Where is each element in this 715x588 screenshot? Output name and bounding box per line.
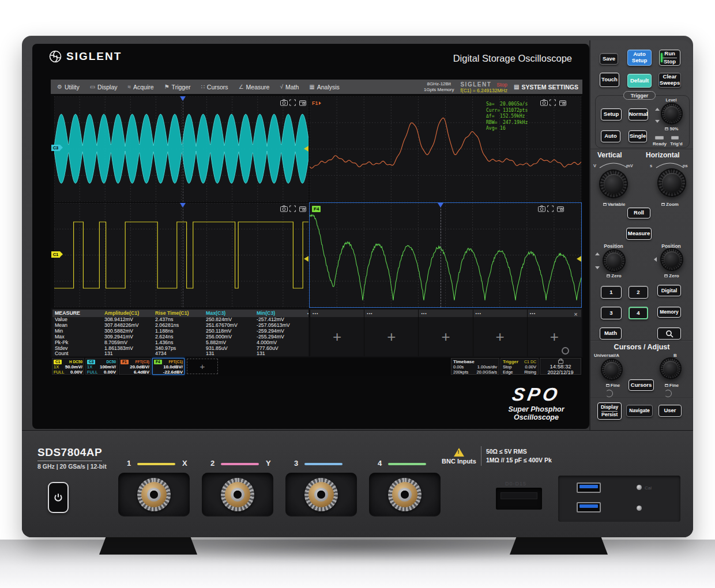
horizontal-zero-label: Zero (656, 273, 687, 278)
horizontal-position-knob[interactable] (660, 248, 683, 271)
navigate-button[interactable]: Navigate (626, 405, 653, 417)
measure-column-header[interactable]: Max(C3) (206, 310, 257, 316)
measurement-slot[interactable]: •••+ (364, 310, 418, 356)
measurement-slot[interactable]: •••+ (473, 310, 527, 356)
trigger-status-box[interactable]: TriggerC1 DC Stop0.00V EdgeRising (501, 358, 539, 375)
menu-item-math[interactable]: √Math (274, 80, 304, 94)
add-measurement-icon[interactable]: + (528, 317, 581, 356)
measure-column-header[interactable]: Amplitude(C1) (104, 310, 155, 316)
trigger-auto-button[interactable]: Auto (601, 130, 620, 142)
slot-options-icon[interactable]: ••• (310, 310, 364, 317)
menu-item-display[interactable]: ▭Display (85, 80, 123, 94)
measure-table-title: MEASURE (52, 310, 104, 316)
measure-column-header[interactable]: Min(C3) (257, 310, 307, 316)
trigger-level-marker[interactable] (304, 256, 308, 262)
trigger-position-marker[interactable] (180, 96, 186, 101)
auto-setup-button[interactable]: AutoSetup (627, 50, 652, 66)
measure-column-header[interactable]: Rise Time(C1) (155, 310, 206, 316)
add-measurement-icon[interactable]: + (473, 317, 527, 356)
trigger-normal-button[interactable]: Normal (629, 108, 648, 120)
f1-trace-label[interactable]: F1 (312, 100, 321, 106)
channel-4-button[interactable]: 4 (629, 307, 648, 319)
run-stop-button[interactable]: RunStop (659, 50, 680, 66)
grid-f4-fft-selected[interactable]: F4 (310, 203, 581, 307)
trigger-single-button[interactable]: Single (629, 130, 647, 142)
measure-value: 8.7059mV (104, 340, 155, 345)
usb-port-1[interactable] (577, 483, 601, 493)
digital-button[interactable]: Digital (657, 285, 681, 296)
horizontal-scale-knob[interactable] (657, 168, 686, 197)
grid-toolbar-icons[interactable] (280, 98, 307, 108)
grid-c1-digital-waveform[interactable]: C1 (54, 203, 308, 307)
trigger-level-knob[interactable] (661, 103, 683, 125)
bnc-rating-50ohm: 50Ω ≤ 5V RMS (486, 447, 552, 456)
save-button[interactable]: Save (600, 53, 618, 65)
bnc-connector[interactable] (202, 473, 273, 517)
grid-toolbar-icons[interactable] (540, 98, 567, 108)
cursors-icon: ∷ (201, 84, 204, 90)
system-settings-button[interactable]: ▤ SYSTEM SETTINGS (514, 84, 578, 91)
channel-box-c3[interactable]: C3DC501X100mV/FULL0.00V (85, 358, 118, 375)
universal-a-knob[interactable] (601, 359, 623, 380)
clear-sweeps-button[interactable]: ClearSweeps (658, 73, 681, 88)
channel-2-button[interactable]: 2 (629, 286, 648, 299)
menu-item-trigger[interactable]: ⚑Trigger (159, 80, 196, 94)
menu-item-measure[interactable]: ∠Measure (234, 80, 275, 94)
touch-button[interactable]: Touch (600, 73, 619, 87)
menu-item-utility[interactable]: ⚙Utility (52, 80, 85, 94)
trigger-level-marker[interactable] (577, 256, 581, 262)
slot-options-icon[interactable]: ••• (364, 310, 418, 317)
search-button[interactable] (657, 327, 681, 340)
user-button[interactable]: User (658, 405, 682, 417)
channel-3-button[interactable]: 3 (601, 307, 622, 319)
display-persist-button[interactable]: DisplayPersist (597, 402, 622, 420)
slot-options-icon[interactable]: ••• (419, 310, 472, 317)
menu-item-cursors[interactable]: ∷Cursors (195, 80, 233, 94)
close-measure-icon[interactable]: × (571, 311, 580, 318)
measure-value: -257.412mV (257, 316, 307, 322)
measurement-slot[interactable]: •••+ (418, 310, 472, 356)
grid-toolbar-icons[interactable] (538, 204, 565, 214)
more-options-icon[interactable]: ••• (307, 311, 308, 315)
add-measurement-icon[interactable]: + (419, 317, 472, 356)
add-channel-slot[interactable]: + (187, 359, 218, 374)
bnc-connector[interactable] (369, 473, 441, 517)
channel-box-f1[interactable]: F1FFT(C3)20.0dBV/6.4dBV (119, 358, 151, 375)
channel-1-button[interactable]: 1 (601, 286, 622, 299)
trigger-position-marker[interactable] (438, 203, 443, 208)
roll-button[interactable]: Roll (627, 208, 650, 218)
c3-channel-marker[interactable]: C3 (51, 145, 63, 151)
vertical-scale-knob[interactable] (599, 169, 628, 198)
timebase-box[interactable]: Timebase 0.00s1.00us/div 200kpts20.0GSa/… (451, 358, 499, 375)
trigger-setup-button[interactable]: Setup (601, 108, 622, 120)
bnc-connector[interactable] (285, 473, 357, 517)
channel-box-f4[interactable]: F4FFT(C1)10.0dBV/-22.6dBV (152, 358, 185, 375)
bnc-connector[interactable] (118, 473, 190, 517)
add-measurement-icon[interactable]: + (310, 317, 364, 356)
f4-trace-label[interactable]: F4 (312, 206, 321, 212)
trigger-level-marker[interactable] (304, 146, 308, 152)
menu-item-acquire[interactable]: ≈Acquire (123, 80, 159, 94)
math-button[interactable]: Math (600, 327, 622, 340)
clock-box: 14:58:32 2022/12/19 (540, 358, 581, 375)
default-button[interactable]: Default (627, 74, 652, 88)
slot-options-icon[interactable]: ••• (473, 310, 527, 317)
menu-item-analysis[interactable]: ▦Analysis (304, 80, 345, 94)
measure-value: 1.188ns (155, 328, 206, 334)
b-knob[interactable] (660, 357, 682, 379)
add-measurement-icon[interactable]: + (364, 317, 418, 356)
measurement-slot[interactable]: •••+ (310, 310, 364, 356)
memory-button[interactable]: Memory (657, 307, 681, 318)
cursors-button[interactable]: Cursors (629, 379, 654, 391)
channel-box-c1[interactable]: C1H DC501X50.0mV/FULL0.00V (52, 358, 84, 375)
stat-label: Pk-Pk (52, 340, 104, 345)
grid-f1-fft[interactable]: F1 Sa= 20.00GSa/sCurr= 131072ptsΔf= 152.… (310, 96, 581, 202)
vertical-position-knob[interactable] (603, 249, 626, 272)
trigger-position-marker[interactable] (180, 203, 186, 208)
measure-button[interactable]: Measure (626, 228, 652, 240)
history-icon[interactable] (562, 347, 569, 355)
usb-port-2[interactable] (577, 502, 601, 512)
c1-channel-marker[interactable]: C1 (51, 251, 63, 258)
grid-c3-am-waveform[interactable]: C3 (54, 96, 308, 202)
grid-toolbar-icons[interactable] (280, 204, 307, 214)
